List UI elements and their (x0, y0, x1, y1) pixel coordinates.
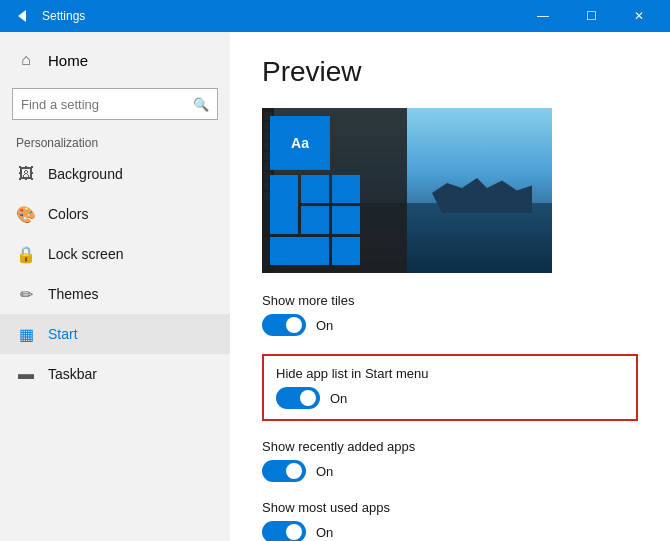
sidebar-label-themes: Themes (48, 286, 99, 302)
search-box[interactable]: 🔍 (12, 88, 218, 120)
toggle-most-used[interactable] (262, 521, 306, 541)
preview-tile-med-1 (270, 237, 329, 265)
toggle-row-hide-app-list: On (276, 387, 624, 409)
setting-label-most-used: Show most used apps (262, 500, 638, 515)
toggle-hide-app-list[interactable] (276, 387, 320, 409)
sidebar-item-themes[interactable]: ✏ Themes (0, 274, 230, 314)
sidebar: ⌂ Home 🔍 Personalization 🖼 Background 🎨 … (0, 32, 230, 541)
toggle-text-most-used: On (316, 525, 333, 540)
sidebar-home-label: Home (48, 52, 88, 69)
sidebar-label-start: Start (48, 326, 78, 342)
taskbar-icon: ▬ (16, 364, 36, 384)
setting-recently-added: Show recently added apps On (262, 439, 638, 482)
toggle-row-most-used: On (262, 521, 638, 541)
preview-tile-sm-5 (332, 237, 360, 265)
toggle-row-recently-added: On (262, 460, 638, 482)
toggle-text-show-more-tiles: On (316, 318, 333, 333)
preview-tile-sm-2 (301, 206, 329, 234)
setting-label-show-more-tiles: Show more tiles (262, 293, 638, 308)
preview-image: Aa (262, 108, 552, 273)
sidebar-label-background: Background (48, 166, 123, 182)
setting-most-used: Show most used apps On (262, 500, 638, 541)
sidebar-item-colors[interactable]: 🎨 Colors (0, 194, 230, 234)
page-title: Preview (262, 56, 638, 88)
toggle-text-hide-app-list: On (330, 391, 347, 406)
preview-tile-tall (270, 175, 298, 234)
background-icon: 🖼 (16, 164, 36, 184)
setting-label-recently-added: Show recently added apps (262, 439, 638, 454)
sidebar-label-lockscreen: Lock screen (48, 246, 123, 262)
toggle-row-show-more-tiles: On (262, 314, 638, 336)
toggle-show-more-tiles[interactable] (262, 314, 306, 336)
toggle-thumb-most-used (286, 524, 302, 540)
preview-tiles-row-2 (270, 237, 399, 265)
lockscreen-icon: 🔒 (16, 244, 36, 264)
sidebar-section-title: Personalization (0, 128, 230, 154)
preview-start-menu: Aa (262, 108, 407, 273)
toggle-recently-added[interactable] (262, 460, 306, 482)
restore-button[interactable]: ☐ (568, 0, 614, 32)
sidebar-item-lockscreen[interactable]: 🔒 Lock screen (0, 234, 230, 274)
setting-show-more-tiles: Show more tiles On (262, 293, 638, 336)
preview-aa-tile: Aa (270, 116, 330, 170)
toggle-thumb-show-more-tiles (286, 317, 302, 333)
title-bar: Settings — ☐ ✕ (0, 0, 670, 32)
search-input[interactable] (21, 97, 193, 112)
home-icon: ⌂ (16, 50, 36, 70)
colors-icon: 🎨 (16, 204, 36, 224)
sidebar-item-background[interactable]: 🖼 Background (0, 154, 230, 194)
preview-tile-sm-3 (332, 175, 360, 203)
minimize-button[interactable]: — (520, 0, 566, 32)
search-icon: 🔍 (193, 97, 209, 112)
setting-label-hide-app-list: Hide app list in Start menu (276, 366, 624, 381)
content-area: Preview Aa (230, 32, 670, 541)
start-icon: ▦ (16, 324, 36, 344)
close-button[interactable]: ✕ (616, 0, 662, 32)
sidebar-label-colors: Colors (48, 206, 88, 222)
app-title: Settings (42, 9, 520, 23)
preview-tile-sm-1 (301, 175, 329, 203)
sidebar-item-home[interactable]: ⌂ Home (0, 40, 230, 80)
back-button[interactable] (8, 2, 36, 30)
sidebar-item-start[interactable]: ▦ Start (0, 314, 230, 354)
toggle-thumb-hide-app-list (300, 390, 316, 406)
preview-tile-sm-4 (332, 206, 360, 234)
main-layout: ⌂ Home 🔍 Personalization 🖼 Background 🎨 … (0, 32, 670, 541)
toggle-thumb-recently-added (286, 463, 302, 479)
toggle-text-recently-added: On (316, 464, 333, 479)
sidebar-label-taskbar: Taskbar (48, 366, 97, 382)
themes-icon: ✏ (16, 284, 36, 304)
highlight-box-hide-app-list: Hide app list in Start menu On (262, 354, 638, 421)
setting-hide-app-list: Hide app list in Start menu On (276, 366, 624, 409)
sidebar-item-taskbar[interactable]: ▬ Taskbar (0, 354, 230, 394)
preview-tiles-row-1 (270, 175, 399, 234)
window-controls: — ☐ ✕ (520, 0, 662, 32)
